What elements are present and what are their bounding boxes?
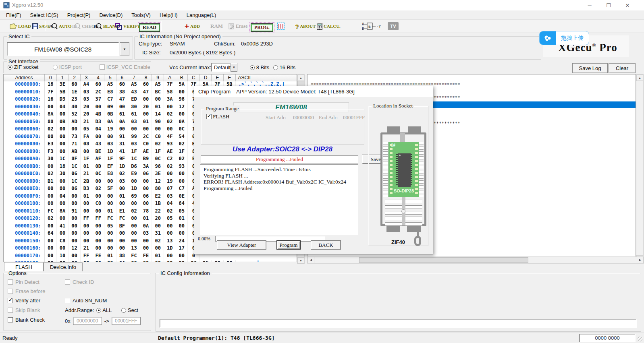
- hex-byte[interactable]: 00: [92, 238, 104, 246]
- verify-after-checkbox[interactable]: Verify after: [8, 298, 40, 304]
- menu-item-6[interactable]: Language(L): [182, 12, 221, 18]
- view-adapter-button[interactable]: View Adapter: [217, 240, 266, 250]
- hex-byte[interactable]: 09: [104, 104, 116, 112]
- hex-byte[interactable]: 00: [128, 200, 140, 208]
- hex-byte[interactable]: 00: [140, 260, 152, 262]
- hex-byte[interactable]: 02: [45, 215, 57, 223]
- hex-byte[interactable]: 00: [45, 253, 57, 260]
- hex-byte[interactable]: 00: [164, 230, 176, 238]
- hex-byte[interactable]: 5F: [104, 186, 116, 193]
- hex-byte[interactable]: AB: [69, 149, 81, 156]
- hex-byte[interactable]: 07: [188, 260, 200, 262]
- back-button[interactable]: BACK: [311, 240, 341, 250]
- hex-byte[interactable]: FF: [92, 215, 104, 223]
- log-line[interactable]: [307, 76, 636, 82]
- hex-byte[interactable]: BE: [92, 149, 104, 156]
- hex-byte[interactable]: 18: [45, 81, 57, 89]
- hex-byte[interactable]: 00: [57, 134, 69, 141]
- hex-byte[interactable]: 01: [152, 104, 164, 112]
- hex-byte[interactable]: 04: [164, 200, 176, 208]
- hex-byte[interactable]: 00: [69, 215, 81, 223]
- hex-byte[interactable]: 08: [45, 134, 57, 141]
- hex-byte[interactable]: AD: [69, 119, 81, 126]
- hex-byte[interactable]: 00: [164, 171, 176, 178]
- hex-byte[interactable]: 1D: [128, 186, 140, 193]
- hex-byte[interactable]: 00: [92, 193, 104, 201]
- hex-byte[interactable]: 00: [69, 260, 81, 262]
- hex-byte[interactable]: 00: [116, 200, 129, 208]
- hex-byte[interactable]: 13: [128, 245, 140, 253]
- skip-blank-checkbox[interactable]: Skip Blank: [8, 307, 40, 313]
- hex-byte[interactable]: C0: [92, 200, 104, 208]
- hex-byte[interactable]: 40: [69, 104, 81, 112]
- hex-byte[interactable]: 00: [104, 245, 116, 253]
- hex-byte[interactable]: 0C: [176, 126, 188, 134]
- hex-byte[interactable]: 21: [81, 119, 93, 126]
- hex-byte[interactable]: 05: [176, 208, 188, 216]
- hex-byte[interactable]: 47: [116, 96, 129, 104]
- hex-byte[interactable]: 9F: [116, 156, 129, 163]
- dialog-title-bar[interactable]: Chip Program APP Version: 12.50 Device M…: [194, 86, 433, 97]
- hex-byte[interactable]: 00: [57, 215, 69, 223]
- hex-byte[interactable]: D3: [57, 96, 69, 104]
- hex-byte[interactable]: 00: [104, 134, 116, 141]
- hex-byte[interactable]: 64: [45, 230, 57, 238]
- hex-byte[interactable]: 0B: [104, 111, 116, 119]
- hex-byte[interactable]: 00: [45, 245, 57, 253]
- hex-byte[interactable]: 04: [57, 104, 69, 112]
- hex-byte[interactable]: 01: [81, 163, 93, 171]
- bits8-radio[interactable]: 8 Bits: [250, 64, 269, 70]
- hex-byte[interactable]: 00: [152, 245, 164, 253]
- hex-byte[interactable]: 02: [176, 141, 188, 149]
- hex-byte[interactable]: 04: [57, 193, 69, 201]
- hex-byte[interactable]: 52: [69, 111, 81, 119]
- hex-byte[interactable]: 05: [104, 223, 116, 231]
- hex-byte[interactable]: B9: [140, 156, 152, 163]
- hex-byte[interactable]: FF: [81, 215, 93, 223]
- hex-row[interactable]: 00000180:000000000000640000000000070F000…: [4, 260, 297, 262]
- hex-byte[interactable]: 00: [140, 186, 152, 193]
- hex-byte[interactable]: 43: [128, 89, 140, 97]
- hex-byte[interactable]: 1F: [81, 156, 93, 163]
- hex-byte[interactable]: 00: [45, 238, 57, 246]
- hex-byte[interactable]: 00: [164, 253, 176, 260]
- hex-byte[interactable]: C7: [176, 186, 188, 193]
- hex-byte[interactable]: 03: [164, 193, 176, 201]
- hex-byte[interactable]: 30: [57, 171, 69, 178]
- hex-byte[interactable]: 03: [128, 141, 140, 149]
- hex-byte[interactable]: 00: [140, 126, 152, 134]
- verify-button[interactable]: VERIFY: [115, 20, 140, 33]
- icsp-port-radio[interactable]: ICSP port: [53, 64, 82, 70]
- hex-byte[interactable]: 43: [92, 141, 104, 149]
- hex-byte[interactable]: 01: [104, 253, 116, 260]
- hex-byte[interactable]: 00: [69, 230, 81, 238]
- hex-byte[interactable]: 00: [92, 223, 104, 231]
- resize-grip[interactable]: [638, 337, 643, 342]
- hex-byte[interactable]: 4B: [92, 111, 104, 119]
- hex-byte[interactable]: 1D: [104, 149, 116, 156]
- addr-from-input[interactable]: 00000000: [73, 317, 102, 325]
- hex-byte[interactable]: 91: [69, 208, 81, 216]
- hex-byte[interactable]: 20: [140, 104, 152, 112]
- hex-byte[interactable]: 2C: [140, 134, 152, 141]
- ic-combo-value[interactable]: FM16W08 @SOIC28: [7, 42, 119, 56]
- tab-device-info[interactable]: Device.Info: [44, 262, 83, 271]
- hex-byte[interactable]: 78: [140, 208, 152, 216]
- hex-byte[interactable]: 0A: [176, 119, 188, 126]
- hex-byte[interactable]: AE: [140, 149, 152, 156]
- hex-byte[interactable]: 00: [57, 178, 69, 186]
- hex-byte[interactable]: 0B: [57, 119, 69, 126]
- load-button[interactable]: LOAD: [10, 20, 31, 33]
- hex-byte[interactable]: 71: [69, 141, 81, 149]
- hex-byte[interactable]: 00: [176, 171, 188, 178]
- hex-byte[interactable]: 06: [69, 171, 81, 178]
- hex-byte[interactable]: 00: [104, 230, 116, 238]
- hex-byte[interactable]: 00: [81, 223, 93, 231]
- hex-byte[interactable]: 00: [69, 238, 81, 246]
- hex-byte[interactable]: 73: [69, 134, 81, 141]
- hex-byte[interactable]: 00: [176, 89, 188, 97]
- hex-byte[interactable]: 00: [224, 260, 236, 262]
- hex-byte[interactable]: 00: [81, 149, 93, 156]
- hex-byte[interactable]: 00: [81, 200, 93, 208]
- hex-byte[interactable]: 00: [152, 260, 164, 262]
